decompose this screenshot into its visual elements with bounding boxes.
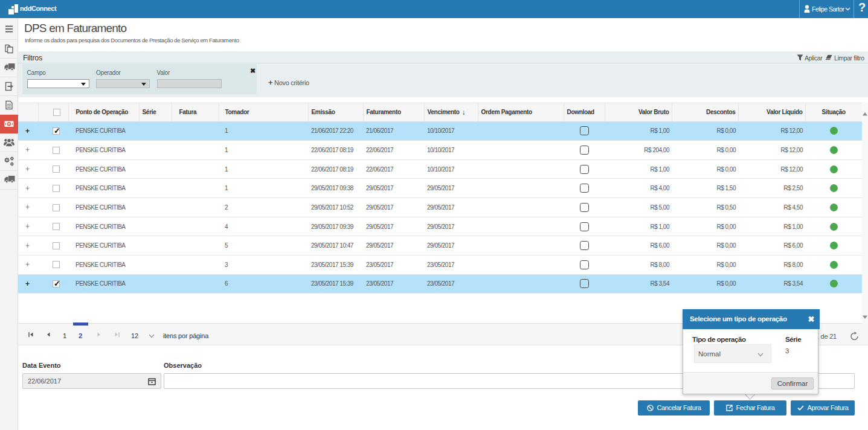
svg-text:1: 1 (8, 122, 10, 126)
